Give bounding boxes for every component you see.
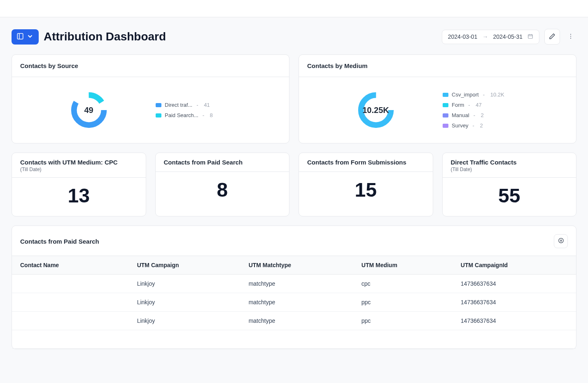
cell-medium: ppc xyxy=(355,312,454,330)
cell-campaign: Linkjoy xyxy=(131,275,242,293)
legend-swatch xyxy=(443,124,448,128)
download-button[interactable] xyxy=(554,234,568,248)
legend-value: 8 xyxy=(210,112,213,118)
col-utm-campaign[interactable]: UTM Campaign xyxy=(131,256,242,275)
cell-matchtype: matchtype xyxy=(242,293,355,312)
legend-item: Survey - 2 xyxy=(443,122,566,129)
table-row[interactable]: Linkjoy matchtype cpc 14736637634 xyxy=(12,275,576,293)
legend-item: Manual - 2 xyxy=(443,112,566,118)
legend-value: 47 xyxy=(476,102,481,108)
stat-value: 15 xyxy=(299,172,433,210)
legend-label: Form xyxy=(452,102,464,108)
card-title: Contacts from Paid Search xyxy=(20,238,99,245)
cell-medium: ppc xyxy=(355,293,454,312)
stat-subtitle: (Till Date) xyxy=(451,167,568,172)
legend-swatch xyxy=(443,113,448,117)
calendar-icon xyxy=(527,33,533,40)
donut-center-value: 49 xyxy=(69,90,109,130)
stat-value: 8 xyxy=(156,172,289,210)
cell-medium: cpc xyxy=(355,275,454,293)
legend-label: Survey xyxy=(452,122,468,129)
svg-point-7 xyxy=(570,35,571,36)
legend-swatch xyxy=(443,103,448,107)
stat-title: Direct Traffic Contacts xyxy=(451,159,568,166)
cell-campaign: Linkjoy xyxy=(131,312,242,330)
edit-button[interactable] xyxy=(544,29,560,45)
page-content: Attribution Dashboard 2024-03-01 → 2024-… xyxy=(0,17,588,361)
donut-center-value: 10.25K xyxy=(356,90,396,130)
legend-value: 2 xyxy=(481,112,484,118)
cell-cid: 14736637634 xyxy=(454,275,576,293)
download-icon xyxy=(558,237,564,245)
date-end: 2024-05-31 xyxy=(493,33,523,40)
legend-label: Manual xyxy=(452,112,469,118)
arrow-right-icon: → xyxy=(482,33,488,40)
stat-value: 55 xyxy=(443,178,576,216)
legend-item: Paid Search... - 8 xyxy=(156,112,279,118)
card-contacts-by-medium: Contacts by Medium 10.25K Csv_import - xyxy=(299,54,576,143)
card-paid-search-table: Contacts from Paid Search Contact Name U… xyxy=(12,226,576,349)
stat-card-direct-traffic: Direct Traffic Contacts (Till Date) 55 xyxy=(442,153,577,216)
stat-value: 13 xyxy=(12,178,146,216)
cell-contact xyxy=(12,275,131,293)
cell-campaign: Linkjoy xyxy=(131,293,242,312)
cell-contact xyxy=(12,330,131,349)
legend-item: Direct traf... - 41 xyxy=(156,102,279,108)
legend-swatch xyxy=(156,103,161,107)
legend-medium: Csv_import - 10.2K Form - 47 Manual - xyxy=(443,92,566,129)
stat-title: Contacts from Paid Search xyxy=(164,159,281,166)
cell-contact xyxy=(12,293,131,312)
stat-subtitle: (Till Date) xyxy=(20,167,138,172)
legend-value: 2 xyxy=(480,122,483,129)
legend-source: Direct traf... - 41 Paid Search... - 8 xyxy=(156,102,279,118)
table-row[interactable]: Linkjoy matchtype ppc 14736637634 xyxy=(12,312,576,330)
date-start: 2024-03-01 xyxy=(448,33,478,40)
legend-value: 10.2K xyxy=(490,92,504,98)
card-title: Contacts by Source xyxy=(12,55,289,77)
donut-chart-medium: 10.25K xyxy=(356,90,396,130)
chevron-down-icon xyxy=(26,33,34,41)
pencil-icon xyxy=(549,33,555,41)
legend-swatch xyxy=(156,113,161,117)
legend-item: Csv_import - 10.2K xyxy=(443,92,566,98)
page-header: Attribution Dashboard 2024-03-01 → 2024-… xyxy=(12,29,576,45)
stat-card-form-submissions: Contacts from Form Submissions 15 xyxy=(299,153,433,216)
table-row[interactable] xyxy=(12,330,576,349)
cell-cid: 14736637634 xyxy=(454,293,576,312)
col-contact-name[interactable]: Contact Name xyxy=(12,256,131,275)
more-vertical-icon xyxy=(567,33,574,41)
col-utm-medium[interactable]: UTM Medium xyxy=(355,256,454,275)
legend-item: Form - 47 xyxy=(443,102,566,108)
cell-contact xyxy=(12,312,131,330)
cell-matchtype: matchtype xyxy=(242,312,355,330)
table-row[interactable]: Linkjoy matchtype ppc 14736637634 xyxy=(12,293,576,312)
stat-title: Contacts from Form Submissions xyxy=(307,159,425,166)
cell-cid: 14736637634 xyxy=(454,312,576,330)
cell-matchtype: matchtype xyxy=(242,275,355,293)
stat-title: Contacts with UTM Medium: CPC xyxy=(20,159,138,166)
legend-label: Csv_import xyxy=(452,92,479,98)
stat-card-utm-cpc: Contacts with UTM Medium: CPC (Till Date… xyxy=(12,153,146,216)
paid-search-table: Contact Name UTM Campaign UTM Matchtype … xyxy=(12,256,576,349)
stat-card-paid-search: Contacts from Paid Search 8 xyxy=(155,153,290,216)
svg-rect-0 xyxy=(17,33,23,39)
more-actions-button[interactable] xyxy=(565,29,576,45)
card-contacts-by-source: Contacts by Source 49 Direct traf... xyxy=(12,54,289,143)
svg-point-6 xyxy=(570,34,571,35)
legend-label: Paid Search... xyxy=(165,112,198,118)
donut-chart-source: 49 xyxy=(69,90,109,130)
legend-value: 41 xyxy=(204,102,210,108)
page-title: Attribution Dashboard xyxy=(44,30,166,43)
table-header-row: Contact Name UTM Campaign UTM Matchtype … xyxy=(12,256,576,275)
layout-icon xyxy=(16,33,24,41)
date-range-picker[interactable]: 2024-03-01 → 2024-05-31 xyxy=(442,30,539,44)
legend-swatch xyxy=(443,93,448,97)
svg-point-8 xyxy=(570,38,571,38)
col-utm-campaign-id[interactable]: UTM CampaignId xyxy=(454,256,576,275)
top-bar xyxy=(0,0,588,17)
col-utm-matchtype[interactable]: UTM Matchtype xyxy=(242,256,355,275)
card-title: Contacts by Medium xyxy=(299,55,576,77)
dashboard-selector-button[interactable] xyxy=(12,29,39,45)
svg-rect-2 xyxy=(528,34,533,38)
legend-label: Direct traf... xyxy=(165,102,192,108)
